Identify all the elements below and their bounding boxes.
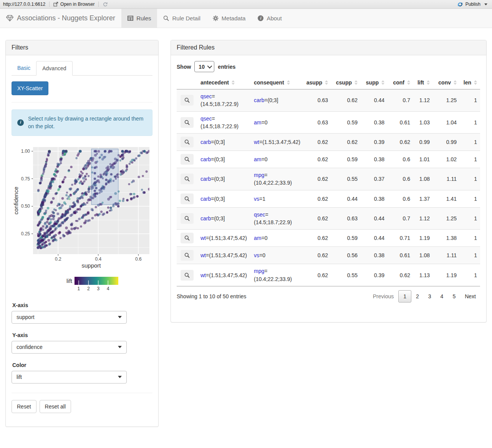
header-conf[interactable]: conf	[388, 76, 413, 89]
supp-cell: 0.44	[361, 230, 388, 247]
asupp-cell: 0.62	[304, 230, 331, 247]
page-size-select[interactable]: 10	[194, 61, 214, 72]
header-len[interactable]: len	[460, 76, 480, 89]
x-axis-label: X-axis	[12, 302, 152, 308]
antecedent-cell: carb=(0;3]	[197, 168, 251, 190]
sort-icon	[454, 80, 457, 85]
conf-cell: 0.6	[388, 168, 413, 190]
publish-caret-icon	[484, 3, 487, 5]
supp-cell: 0.44	[361, 207, 388, 230]
next-page-button[interactable]: Next	[460, 291, 480, 302]
open-in-browser-icon	[53, 2, 58, 7]
header-supp[interactable]: supp	[361, 76, 388, 89]
gear-icon	[213, 15, 219, 21]
page-button-3[interactable]: 3	[424, 291, 436, 302]
page-button-1[interactable]: 1	[398, 290, 411, 303]
conv-cell: 1.25	[433, 89, 460, 112]
table-row: qsec=(14.5;18.7;22.9)am=00.630.590.380.6…	[177, 111, 480, 134]
conf-cell: 0.7	[388, 89, 413, 112]
scatter-plot[interactable]: 0.250.500.751.000.20.40.6supportconfiden…	[12, 144, 151, 294]
magnifier-icon	[184, 216, 190, 221]
table-row: carb=(0;3]mpg=(10.4;22.2;33.9)0.620.550.…	[177, 168, 480, 190]
supp-cell: 0.38	[361, 151, 388, 168]
tab-basic[interactable]: Basic	[12, 61, 36, 76]
chevron-down-icon	[118, 346, 122, 348]
csupp-cell: 0.59	[331, 151, 361, 168]
reset-all-button[interactable]: Reset all	[40, 400, 71, 413]
table-info: Showing 1 to 10 of 50 entries	[177, 293, 246, 299]
conv-cell: 1.11	[433, 168, 460, 190]
divider	[12, 393, 152, 393]
filters-tab-bar: Basic Advanced	[12, 61, 152, 76]
table-header-row: antecedent consequent asupp csupp supp c…	[177, 76, 480, 89]
antecedent-cell: wt=(1.51;3.47;5.42)	[197, 247, 251, 264]
header-conv[interactable]: conv	[433, 76, 460, 89]
page-button-5[interactable]: 5	[448, 291, 460, 302]
color-label: Color	[12, 362, 152, 368]
rule-detail-button[interactable]	[181, 233, 194, 243]
reset-button[interactable]: Reset	[12, 400, 36, 413]
magnifier-icon	[184, 253, 190, 258]
info-circle-icon: i	[258, 15, 263, 21]
conf-cell: 0.62	[388, 264, 413, 286]
rule-detail-button[interactable]	[181, 117, 194, 128]
svg-text:0.50: 0.50	[21, 203, 30, 209]
magnifier-icon	[163, 15, 169, 21]
reload-icon[interactable]	[103, 2, 108, 7]
x-axis-select[interactable]: support	[12, 311, 127, 324]
rule-detail-button[interactable]	[181, 137, 194, 147]
sort-icon	[355, 80, 358, 85]
open-in-browser-button[interactable]: Open in Browser	[53, 2, 94, 7]
chevron-down-icon	[118, 376, 122, 378]
rule-detail-button[interactable]	[181, 193, 194, 204]
info-circle-icon: i	[17, 119, 24, 126]
rule-detail-button[interactable]	[181, 213, 194, 224]
tab-rules[interactable]: Rules	[121, 9, 157, 28]
len-cell: 1	[460, 190, 480, 207]
header-asupp[interactable]: asupp	[304, 76, 331, 89]
rule-detail-button[interactable]	[181, 174, 194, 184]
app-window: http://127.0.0.1:6612 Open in Browser Pu…	[0, 0, 492, 448]
y-axis-select[interactable]: confidence	[12, 341, 127, 354]
antecedent-cell: carb=(0;3]	[197, 151, 251, 168]
header-csupp[interactable]: csupp	[331, 76, 361, 89]
csupp-cell: 0.63	[331, 207, 361, 230]
page-button-4[interactable]: 4	[436, 291, 448, 302]
conv-cell: 1.11	[433, 247, 460, 264]
lift-cell: 1.03	[413, 111, 433, 134]
rule-detail-button[interactable]	[181, 250, 194, 261]
rule-detail-button[interactable]	[181, 270, 194, 281]
magnifier-icon	[184, 196, 190, 202]
xy-scatter-button[interactable]: XY-Scatter	[12, 81, 48, 95]
publish-button[interactable]: Publish	[457, 2, 489, 7]
supp-cell: 0.37	[361, 168, 388, 190]
header-antecedent[interactable]: antecedent	[197, 76, 251, 89]
table-row: carb=(0;3]wt=(1.51;3.47;5.42)0.620.620.3…	[177, 134, 480, 151]
magnifier-icon	[184, 120, 190, 125]
lift-cell: 1.08	[413, 247, 433, 264]
conv-cell: 0.99	[433, 134, 460, 151]
conf-cell: 0.71	[388, 230, 413, 247]
tab-about[interactable]: i About	[252, 9, 288, 28]
entries-label: entries	[218, 64, 235, 70]
conf-cell: 0.7	[388, 207, 413, 230]
tab-rule-detail[interactable]: Rule Detail	[157, 9, 206, 28]
page-button-2[interactable]: 2	[411, 291, 424, 302]
header-lift[interactable]: lift	[413, 76, 433, 89]
antecedent-cell: wt=(1.51;3.47;5.42)	[197, 230, 251, 247]
len-cell: 1	[460, 151, 480, 168]
gem-icon	[6, 15, 13, 21]
previous-page-button[interactable]: Previous	[368, 291, 398, 302]
svg-text:2: 2	[87, 286, 90, 291]
chevron-down-icon	[118, 316, 122, 318]
conv-cell: 1.41	[433, 190, 460, 207]
color-select[interactable]: lift	[12, 371, 127, 384]
tab-metadata[interactable]: Metadata	[207, 9, 252, 28]
rule-detail-button[interactable]	[181, 95, 194, 106]
sort-icon	[287, 80, 290, 85]
header-consequent[interactable]: consequent	[251, 76, 304, 89]
tab-advanced[interactable]: Advanced	[36, 61, 72, 76]
lift-cell: 1.01	[413, 151, 433, 168]
conf-cell: 0.61	[388, 111, 413, 134]
rule-detail-button[interactable]	[181, 154, 194, 165]
